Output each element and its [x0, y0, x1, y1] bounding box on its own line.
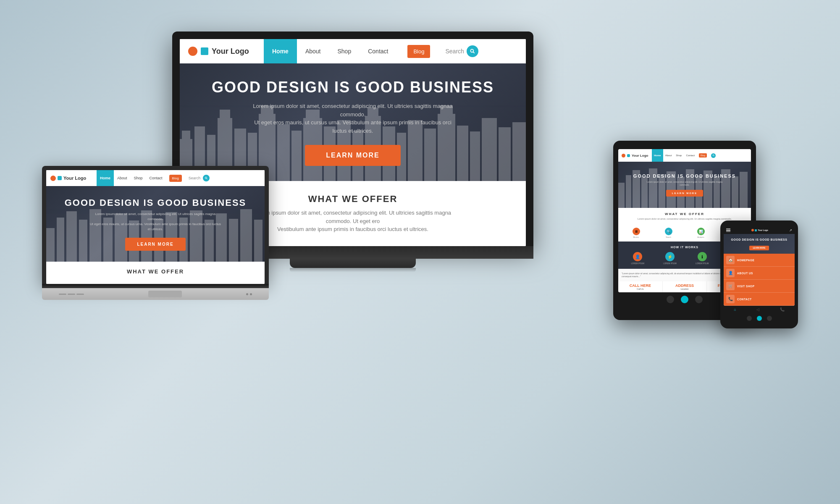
- laptop-trackpad: [148, 291, 182, 297]
- tablet-how-item-2: ⚡ LOREM IPSUM: [663, 252, 677, 265]
- nav-search[interactable]: Search: [441, 39, 482, 63]
- tablet-nav-shop[interactable]: Shop: [674, 149, 684, 162]
- laptop-hero-title: GOOD DESIGN IS GOOD BUSINESS: [65, 197, 247, 208]
- phone-hero: GOOD DESIGN IS GOOD BUSINESS LEARN MORE: [724, 234, 795, 254]
- laptop-nav-about[interactable]: About: [114, 170, 131, 186]
- tablet-learn-more-button[interactable]: LEARN MORE: [666, 190, 703, 197]
- laptop-nav-home[interactable]: Home: [97, 170, 114, 186]
- laptop-nav-blog[interactable]: Blog: [166, 170, 185, 186]
- phone-home-menu-icon: 🏠: [726, 256, 735, 264]
- svg-rect-37: [79, 220, 87, 262]
- laptop-nav-shop[interactable]: Shop: [131, 170, 146, 186]
- nav-about[interactable]: About: [297, 39, 329, 63]
- tablet-logo-circle: [622, 154, 625, 158]
- phone-menu-contact[interactable]: 📞 CONTACT: [724, 293, 795, 306]
- svg-rect-24: [424, 129, 436, 181]
- laptop-logo-text: Your Logo: [63, 176, 86, 181]
- svg-rect-55: [626, 175, 631, 208]
- svg-rect-13: [291, 131, 302, 181]
- laptop-nav-contact[interactable]: Contact: [146, 170, 166, 186]
- tablet-nav-contact[interactable]: Contact: [684, 149, 697, 162]
- svg-rect-35: [57, 218, 64, 262]
- desktop-hero: GOOD DESIGN IS GOOD BUSINESS Lorem ipsum…: [180, 63, 526, 181]
- laptop-nav: Your Logo Home About Shop: [46, 170, 265, 186]
- svg-rect-28: [470, 131, 480, 181]
- phone-contact-menu-icon: 📞: [726, 295, 735, 303]
- tablet-btn-recent[interactable]: [695, 296, 703, 303]
- laptop-search-icon[interactable]: [203, 175, 210, 181]
- svg-rect-30: [499, 127, 511, 181]
- tablet-offer-item-2: 🔍 Search: [665, 228, 672, 238]
- tablet-logo-square: [627, 154, 630, 157]
- svg-point-32: [205, 177, 207, 178]
- svg-rect-68: [740, 172, 748, 208]
- phone-learn-more-button[interactable]: LEARN MORE: [749, 246, 769, 250]
- svg-rect-27: [457, 126, 468, 181]
- svg-rect-31: [512, 122, 526, 181]
- phone-bottom-call-icon[interactable]: 📞: [780, 307, 785, 312]
- phone-bottom-back-icon[interactable]: ◁: [756, 307, 759, 312]
- nav-shop[interactable]: Shop: [329, 39, 360, 63]
- phone-bottom-home-icon[interactable]: ⌂: [734, 307, 736, 312]
- tablet-btn-back[interactable]: [667, 296, 674, 303]
- tablet-search-icon[interactable]: [711, 153, 716, 158]
- desktop-learn-more-button[interactable]: LEARN MORE: [305, 145, 401, 166]
- phone-frame: Your Logo ↗ GOOD DESIGN IS GOOD BUSINESS…: [720, 220, 798, 328]
- laptop-lid: Your Logo Home About Shop: [42, 166, 269, 284]
- laptop-indicator-dot-2: [250, 293, 252, 295]
- laptop-vent: [59, 294, 84, 295]
- laptop-nav-links: Home About Shop Contact B: [97, 170, 213, 186]
- phone-share-icon[interactable]: ↗: [789, 228, 792, 232]
- tablet-search[interactable]: [709, 149, 718, 162]
- phone-btn-home[interactable]: [757, 316, 762, 321]
- nav-home[interactable]: Home: [264, 39, 297, 63]
- logo-text: Your Logo: [212, 47, 249, 56]
- laptop-logo-square: [58, 176, 62, 180]
- svg-rect-50: [240, 209, 252, 262]
- svg-rect-29: [482, 118, 497, 181]
- phone-hamburger-icon[interactable]: [726, 228, 730, 232]
- phone-btn-back[interactable]: [747, 316, 752, 321]
- tablet-what-sub: Lorem ipsum dolor sit amet, consectetur …: [622, 218, 748, 220]
- phone-home-indicators: [724, 313, 795, 321]
- phone-logo-square: [755, 229, 757, 231]
- tablet-nav-blog[interactable]: Blog: [697, 149, 709, 162]
- svg-rect-51: [254, 220, 262, 262]
- phone-about-label: ABOUT US: [737, 272, 792, 275]
- svg-rect-49: [229, 219, 238, 262]
- phone-menu-shop[interactable]: 🛒 VISIT SHOP: [724, 280, 795, 293]
- svg-rect-54: [618, 183, 625, 208]
- tablet-how-item-3: ℹ LOREM IPSUM: [696, 252, 709, 265]
- tablet-btn-home[interactable]: [681, 296, 688, 303]
- devices-container: Your Logo Home About Shop: [42, 32, 798, 472]
- search-icon[interactable]: [467, 45, 478, 57]
- nav-blog-item[interactable]: Blog: [396, 39, 441, 63]
- tablet-what-title: WHAT WE OFFER: [622, 212, 748, 216]
- tablet-nav-home[interactable]: Home: [652, 149, 663, 162]
- offer-icon-chart: 📊: [697, 228, 705, 235]
- nav-contact[interactable]: Contact: [360, 39, 396, 63]
- laptop-indicators: [246, 293, 252, 295]
- phone-btn-recent[interactable]: [767, 316, 772, 321]
- tablet-nav-about[interactable]: About: [663, 149, 674, 162]
- desktop-logo: Your Logo: [180, 39, 264, 63]
- desktop-nav-links: Home About Shop Contact B: [264, 39, 483, 63]
- how-icon-person: 👤: [633, 252, 642, 261]
- phone-menu-homepage[interactable]: 🏠 HOMEPAGE: [724, 254, 795, 267]
- svg-rect-34: [46, 228, 55, 262]
- phone-logo-circle: [751, 229, 754, 231]
- phone-bottom-bar: ⌂ ◁ 📞: [724, 306, 795, 313]
- tablet-offer-item-1: 🖥 Monitor: [633, 228, 640, 238]
- tablet-stat-1: CALL HERE Call Us: [618, 281, 663, 292]
- laptop-search[interactable]: Search: [185, 170, 213, 186]
- laptop-blog-badge: Blog: [169, 175, 182, 182]
- phone-menu-about[interactable]: 👤 ABOUT US: [724, 267, 795, 280]
- laptop-hinge: [42, 284, 269, 288]
- laptop-learn-more-button[interactable]: LEARN MORE: [125, 238, 185, 251]
- svg-line-1: [473, 52, 474, 53]
- laptop-screen: Your Logo Home About Shop: [46, 170, 265, 284]
- laptop-what-title: WHAT WE OFFER: [52, 268, 258, 275]
- svg-rect-36: [66, 211, 77, 262]
- tablet-logo: Your Logo: [618, 149, 652, 162]
- phone-logo-text: Your Logo: [758, 229, 768, 231]
